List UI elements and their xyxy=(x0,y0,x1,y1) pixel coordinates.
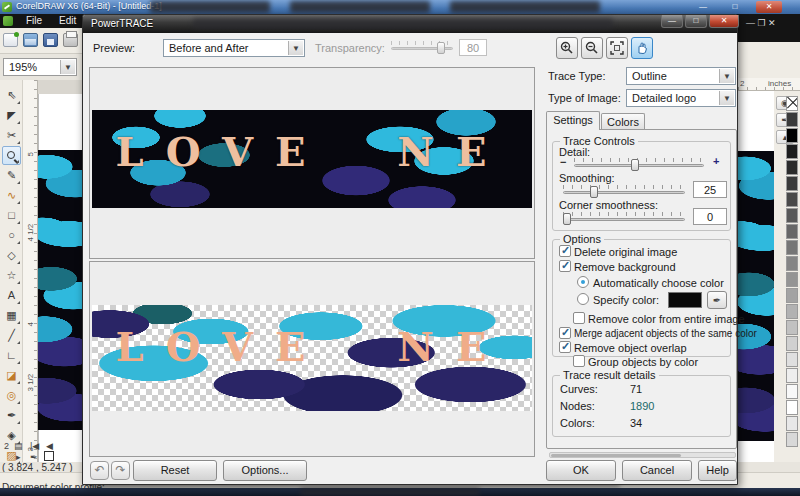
artistic-media-tool[interactable]: ∿ xyxy=(2,186,21,205)
smoothing-value[interactable]: 25 xyxy=(693,181,727,198)
text-tool[interactable]: A xyxy=(2,286,21,305)
specify-color-radio[interactable] xyxy=(577,293,589,305)
play-icon[interactable]: ▸ xyxy=(16,452,21,462)
palette-swatch[interactable] xyxy=(786,432,798,447)
remove-background-checkbox[interactable]: ✓ xyxy=(559,260,571,272)
cancel-button[interactable]: Cancel xyxy=(622,460,692,481)
slider-thumb[interactable] xyxy=(590,186,598,198)
palette-swatch[interactable] xyxy=(786,224,798,239)
redo-button[interactable]: ↷ xyxy=(111,461,130,480)
remove-background-label[interactable]: Remove background xyxy=(574,261,676,273)
zoom-out-button[interactable] xyxy=(581,37,603,59)
doc-window-controls[interactable]: — ❐ ✕ xyxy=(746,18,776,28)
specify-color-swatch[interactable] xyxy=(668,292,702,308)
palette-swatch[interactable] xyxy=(786,256,798,271)
palette-swatch[interactable] xyxy=(786,368,798,383)
merge-adjacent-label[interactable]: Merge adjacent objects of the same color xyxy=(574,328,757,339)
corner-smoothness-slider[interactable] xyxy=(563,210,685,224)
auto-choose-color-radio[interactable] xyxy=(577,276,589,288)
crop-tool[interactable]: ✂ xyxy=(2,126,21,145)
horizontal-scrollbar[interactable] xyxy=(549,452,736,458)
palette-swatch[interactable] xyxy=(786,352,798,367)
chevron-down-icon[interactable]: ▼ xyxy=(288,41,303,55)
save-icon[interactable] xyxy=(43,33,58,47)
dialog-titlebar[interactable]: PowerTRACE — □ ✕ xyxy=(83,15,737,33)
maximize-button[interactable]: □ xyxy=(722,1,748,13)
remove-overlap-checkbox[interactable]: ✓ xyxy=(559,341,571,353)
dimension-tool[interactable]: ╱ xyxy=(2,326,21,345)
plus-icon[interactable]: + xyxy=(713,155,719,167)
basic-shapes-tool[interactable]: ☆ xyxy=(2,266,21,285)
undo-button[interactable]: ↶ xyxy=(90,461,109,480)
palette-swatch[interactable] xyxy=(786,160,798,175)
delete-original-checkbox[interactable]: ✓ xyxy=(559,245,571,257)
shape-tool[interactable]: ◤ xyxy=(2,106,21,125)
palette-swatch[interactable] xyxy=(786,240,798,255)
first-page-icon[interactable]: |◀ xyxy=(30,441,39,451)
preview-mode-combo[interactable]: Before and After ▼ xyxy=(163,39,305,57)
palette-swatch[interactable] xyxy=(786,336,798,351)
image-type-combo[interactable]: Detailed logo ▼ xyxy=(626,89,736,107)
color-eyedropper-button[interactable]: ✒ xyxy=(707,291,727,309)
add-page-icon[interactable]: ▤ xyxy=(14,441,23,451)
contour-tool[interactable]: ◎ xyxy=(2,386,21,405)
palette-swatch[interactable] xyxy=(786,416,798,431)
specify-color-label[interactable]: Specify color: xyxy=(593,294,659,306)
menu-file[interactable]: File xyxy=(22,15,46,27)
tab-settings[interactable]: Settings xyxy=(546,111,600,130)
open-icon[interactable] xyxy=(23,33,38,47)
reset-button[interactable]: Reset xyxy=(133,460,217,481)
print-icon[interactable] xyxy=(63,33,78,47)
scrollbar-thumb[interactable] xyxy=(551,454,681,457)
auto-choose-color-label[interactable]: Automatically choose color xyxy=(593,277,724,289)
dialog-close-button[interactable]: ✕ xyxy=(709,15,739,28)
polygon-tool[interactable]: ◇ xyxy=(2,246,21,265)
palette-swatch[interactable] xyxy=(786,144,798,159)
palette-swatch[interactable] xyxy=(786,384,798,399)
palette-swatch[interactable] xyxy=(786,288,798,303)
chevron-down-icon[interactable]: ▼ xyxy=(719,91,734,105)
slider-thumb[interactable] xyxy=(631,159,639,171)
help-button[interactable]: Help xyxy=(698,460,737,481)
palette-swatch[interactable] xyxy=(786,192,798,207)
prev-page-icon[interactable]: ◀ xyxy=(46,441,53,451)
merge-adjacent-checkbox[interactable]: ✓ xyxy=(559,327,571,339)
freehand-tool[interactable]: ✎ xyxy=(2,166,21,185)
zoom-level-combo[interactable]: 195% ▼ xyxy=(3,58,77,76)
trace-type-combo[interactable]: Outline ▼ xyxy=(626,67,736,85)
group-by-color-label[interactable]: Group objects by color xyxy=(588,356,698,368)
delete-original-label[interactable]: Delete original image xyxy=(574,246,677,258)
chevron-down-icon[interactable]: ▼ xyxy=(719,69,734,83)
close-button[interactable]: ✕ xyxy=(756,1,782,13)
options-button[interactable]: Options... xyxy=(223,460,307,481)
pick-tool[interactable]: ⇖ xyxy=(2,86,21,105)
tab-colors[interactable]: Colors xyxy=(601,113,645,130)
minimize-button[interactable]: — xyxy=(690,1,716,13)
slider-thumb[interactable] xyxy=(563,213,571,225)
table-tool[interactable]: ▦ xyxy=(2,306,21,325)
zoom-tool[interactable] xyxy=(2,146,21,165)
remove-overlap-label[interactable]: Remove object overlap xyxy=(574,342,687,354)
palette-swatch[interactable] xyxy=(786,128,798,143)
palette-swatch[interactable] xyxy=(786,272,798,287)
remove-entire-checkbox[interactable] xyxy=(573,312,585,324)
zoom-fit-button[interactable] xyxy=(606,37,628,59)
smoothing-slider[interactable] xyxy=(563,183,685,197)
palette-swatch[interactable] xyxy=(786,208,798,223)
eyedropper-tool[interactable]: ✒ xyxy=(2,406,21,425)
ellipse-tool[interactable]: ○ xyxy=(2,226,21,245)
rectangle-tool[interactable]: □ xyxy=(2,206,21,225)
new-document-icon[interactable] xyxy=(3,33,18,47)
group-by-color-checkbox[interactable] xyxy=(573,355,585,367)
pan-button[interactable] xyxy=(631,37,653,59)
connector-tool[interactable]: ∟ xyxy=(2,346,21,365)
menu-edit[interactable]: Edit xyxy=(55,15,80,27)
palette-swatch[interactable] xyxy=(786,176,798,191)
detail-slider[interactable] xyxy=(574,156,704,170)
ok-button[interactable]: OK xyxy=(546,460,616,481)
no-color-swatch[interactable] xyxy=(786,96,798,111)
dialog-maximize-button[interactable]: □ xyxy=(685,15,707,28)
palette-swatch[interactable] xyxy=(786,304,798,319)
remove-entire-label[interactable]: Remove color from entire image xyxy=(588,313,745,325)
chevron-down-icon[interactable]: ▼ xyxy=(60,60,75,74)
